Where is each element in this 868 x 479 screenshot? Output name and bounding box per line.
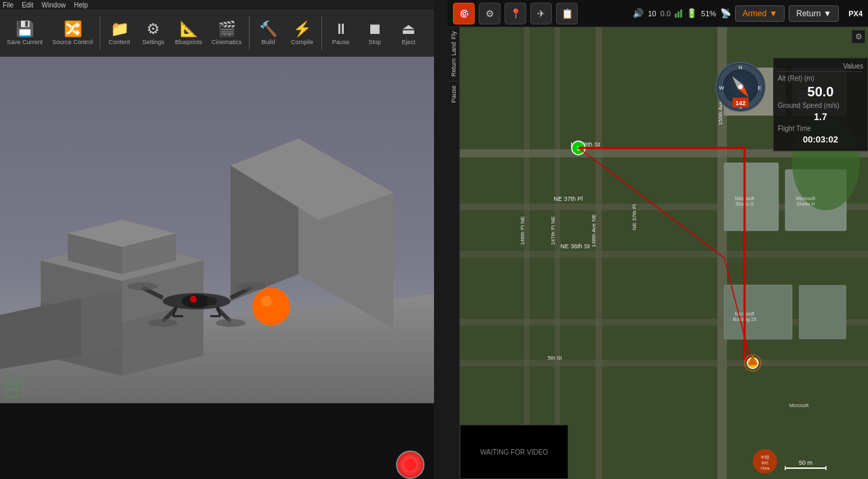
divider-3 [321,16,322,50]
altitude-value: 10 [648,9,656,18]
svg-rect-46 [460,251,868,258]
svg-point-23 [148,319,178,327]
source-control-icon: 🔀 [64,20,82,38]
svg-rect-48 [460,360,868,366]
svg-text:China: China [760,466,769,470]
battery-icon: 🔋 [686,8,697,18]
build-icon: 🔨 [259,20,277,38]
svg-text:中国: 中国 [761,455,769,459]
svg-point-24 [216,319,245,327]
svg-rect-58 [799,285,846,339]
record-button[interactable] [396,451,425,479]
armed-button[interactable]: Armed ▼ [735,5,785,22]
svg-text:5th St: 5th St [548,355,563,361]
return-mode-button[interactable]: Return ▼ [789,5,839,22]
nav-icon-location[interactable]: 📍 [505,3,526,24]
menu-help[interactable]: Help [74,1,88,9]
battery-value: 51% [701,9,716,18]
cinematics-icon: 🎬 [218,20,236,38]
eject-button[interactable]: ⏏ Eject [393,12,425,54]
pause-button[interactable]: ⏸ Pause [325,12,357,54]
land-label[interactable]: Land [450,42,457,56]
svg-text:147th Pl NE: 147th Pl NE [550,216,556,246]
video-panel: WAITING FOR VIDEO [460,425,568,479]
svg-text:146th Pl NE: 146th Pl NE [519,216,526,246]
svg-text:NE 36th St: NE 36th St [560,243,590,250]
blueprints-icon: 📐 [180,20,198,38]
compass: N E S W 142 [713,60,768,114]
svg-text:N: N [738,64,743,71]
save-icon: 💾 [16,20,34,38]
menu-edit[interactable]: Edit [22,1,33,9]
record-inner-circle [404,459,416,471]
content-icon: 📁 [111,20,129,38]
blueprints-button[interactable]: 📐 Blueprints [171,12,206,54]
svg-point-21 [127,282,157,290]
return-label: Return [796,9,821,18]
ground-speed-value: 1.7 [778,111,863,122]
svg-point-111 [738,85,743,89]
armed-label: Armed [743,9,766,18]
gps-icon: 📡 [720,8,731,18]
svg-text:Microsoft: Microsoft [789,403,808,408]
alt-rel-label: Alt (Rel) (m) [778,75,814,82]
signal-bars [675,9,682,18]
build-button[interactable]: 🔨 Build [252,12,285,54]
svg-marker-12 [81,291,122,356]
cinematics-button[interactable]: 🎬 Cinematics [208,12,246,54]
pause-map-label[interactable]: Pause [450,85,457,103]
svg-text:E: E [757,85,761,91]
ground-speed-label: Ground Speed (m/s) [778,102,840,109]
svg-point-33 [261,296,272,307]
source-control-button[interactable]: 🔀 Source Control [48,12,97,54]
content-button[interactable]: 📁 Content [103,12,136,54]
svg-text:148th Ave NE: 148th Ave NE [591,214,597,248]
stop-icon: ⏹ [368,20,382,38]
altitude-unit: 0.0 [660,9,671,18]
svg-point-32 [252,288,290,326]
px4-badge: PX4 [848,9,863,18]
armed-dropdown-arrow: ▼ [769,9,777,18]
flight-time-value: 00:03:02 [778,134,863,145]
3d-viewport-scene [0,57,434,403]
nav-icon-target[interactable]: 🎯 [453,3,475,24]
svg-text:NE 37th Pl: NE 37th Pl [553,195,583,202]
svg-text:W: W [719,85,724,91]
svg-text:Studio H: Studio H [797,202,815,206]
svg-text:Microsoft: Microsoft [796,196,815,201]
map-settings-icon[interactable]: ⚙ [852,30,865,43]
svg-text:142: 142 [735,100,745,107]
settings-icon: ⚙ [146,20,160,38]
pause-icon: ⏸ [334,20,349,38]
return-dropdown-arrow: ▼ [823,9,831,18]
top-status-bar: 🎯 ⚙ 📍 ✈ 📋 🔊 10 0.0 🔋 51% 📡 Armed ▼ Retur… [448,0,868,27]
save-current-button[interactable]: 💾 Save Current [3,12,47,54]
telemetry-header: Values [778,62,863,72]
speaker-icon: 🔊 [633,8,644,18]
menu-file[interactable]: File [3,1,14,9]
flight-time-label: Flight Time [778,125,811,132]
fly-label[interactable]: Fly [450,31,457,39]
svg-point-27 [206,297,217,305]
compile-button[interactable]: ⚡ Compile [286,12,319,54]
settings-button[interactable]: ⚙ Settings [137,12,170,54]
nav-icon-settings[interactable]: ⚙ [479,3,500,24]
telemetry-panel: Values Alt (Rel) (m) 50.0 Ground Speed (… [773,58,868,151]
svg-point-22 [236,282,266,290]
alt-rel-value: 50.0 [808,84,834,99]
divider-1 [100,16,100,50]
menu-window[interactable]: Window [41,1,66,9]
return-label[interactable]: Return [450,58,457,77]
nav-icon-clipboard[interactable]: 📋 [556,3,578,24]
nav-icon-plane[interactable]: ✈ [530,3,552,24]
divider-2 [249,16,250,50]
waiting-for-video-text: WAITING FOR VIDEO [480,448,548,456]
svg-text:50 m: 50 m [799,459,812,466]
svg-point-26 [190,296,197,303]
compile-icon: ⚡ [293,20,311,38]
svg-text:联结: 联结 [762,461,768,465]
stop-button[interactable]: ⏹ Stop [359,12,391,54]
svg-text:NE 37th Pl: NE 37th Pl [631,204,637,230]
eject-icon: ⏏ [401,20,416,38]
